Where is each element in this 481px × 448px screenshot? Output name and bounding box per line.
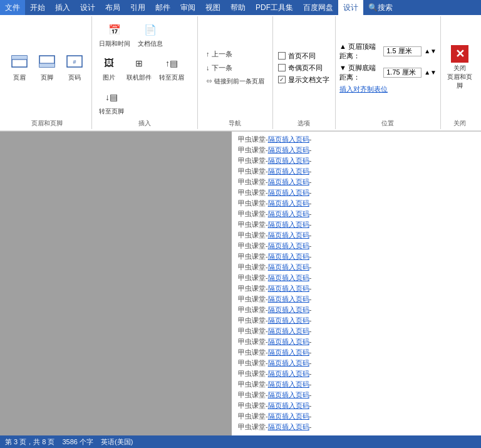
- header-icon: [9, 53, 29, 73]
- doc-line-8: 甲虫课堂-隔页插入页码-: [238, 209, 475, 219]
- document-area: 甲虫课堂-隔页插入页码- 甲虫课堂-隔页插入页码- 甲虫课堂-隔页插入页码- 甲…: [0, 132, 481, 448]
- firstpage-label: 首页不同: [288, 51, 316, 61]
- header-button[interactable]: 页眉: [6, 51, 33, 84]
- machine-label: 联机部件: [127, 73, 152, 82]
- language: 英语(美国): [101, 437, 133, 447]
- menu-search[interactable]: 🔍搜索: [363, 0, 398, 15]
- header-distance-label: ▲ 页眉顶端距离：: [339, 42, 381, 61]
- gotofooter-button[interactable]: ↓▤ 转至页脚: [96, 85, 127, 118]
- machine-button[interactable]: ⊞ 联机部件: [123, 51, 155, 84]
- menu-baidu[interactable]: 百度网盘: [298, 0, 338, 15]
- doc-line-20: 甲虫课堂-隔页插入页码-: [238, 336, 475, 347]
- svg-rect-4: [39, 63, 54, 67]
- menu-help[interactable]: 帮助: [225, 0, 251, 15]
- picture-button[interactable]: 🖼 图片: [96, 51, 122, 84]
- ribbon-group-position: ▲ 页眉顶端距离： 1.5 厘米 ▲▼ ▼ 页脚底端距离： 1.75 厘米 ▲▼…: [336, 16, 441, 129]
- ribbon-group-header-footer: 页眉 页脚 #: [3, 16, 92, 129]
- status-bar: 第 3 页，共 8 页 3586 个字 英语(美国): [0, 435, 481, 448]
- link-button[interactable]: ⇔ 链接到前一条页眉: [203, 76, 267, 87]
- gotoheader-button[interactable]: ↑▤ 转至页眉: [156, 51, 187, 84]
- pagenumber-button[interactable]: # 页码: [61, 51, 88, 84]
- doc-line-3: 甲虫课堂-隔页插入页码-: [238, 155, 475, 166]
- footer-unit: ▲▼: [424, 69, 437, 76]
- doc-line-19: 甲虫课堂-隔页插入页码-: [238, 326, 475, 336]
- footer-button[interactable]: 页脚: [34, 51, 60, 84]
- oddeven-label: 奇偶页不同: [288, 63, 323, 73]
- footer-distance-value: 1.75 厘米: [386, 68, 415, 77]
- ribbon-group-nav: ↑ 上一条 ↓ 下一条 ⇔ 链接到前一条页眉 导航: [198, 16, 273, 129]
- menu-layout[interactable]: 布局: [100, 0, 125, 15]
- gotofooter-icon: ↓▤: [101, 87, 122, 107]
- doc-line-26: 甲虫课堂-隔页插入页码-: [238, 400, 475, 411]
- footer-distance-input[interactable]: 1.75 厘米: [383, 68, 422, 78]
- doc-line-24: 甲虫课堂-隔页插入页码-: [238, 379, 475, 390]
- datetime-label: 日期和时间: [99, 39, 130, 48]
- svg-text:#: #: [73, 59, 76, 65]
- group2-label: 插入: [138, 118, 151, 128]
- picture-icon: 🖼: [99, 53, 119, 73]
- ribbon: 页眉 页脚 #: [0, 15, 481, 132]
- firstpage-checkbox[interactable]: [278, 52, 286, 60]
- doc-line-17: 甲虫课堂-隔页插入页码-: [238, 305, 475, 315]
- group5-label: 位置: [381, 118, 394, 128]
- showtext-checkbox[interactable]: [278, 76, 286, 83]
- svg-rect-1: [12, 56, 27, 60]
- doc-line-1: 甲虫课堂-隔页插入页码-: [238, 134, 475, 145]
- prev-button[interactable]: ↑ 上一条: [203, 48, 267, 60]
- doc-line-12: 甲虫课堂-隔页插入页码-: [238, 251, 475, 262]
- header-distance-input[interactable]: 1.5 厘米: [383, 46, 422, 56]
- footer-label: 页脚: [41, 73, 53, 82]
- group3-label: 导航: [229, 118, 241, 128]
- option-showtext[interactable]: 显示文档文字: [278, 75, 329, 85]
- menu-file[interactable]: 文件: [0, 0, 25, 15]
- doc-line-6: 甲虫课堂-隔页插入页码-: [238, 187, 475, 198]
- align-tab-link[interactable]: 插入对齐制表位: [339, 85, 388, 94]
- doc-line-22: 甲虫课堂-隔页插入页码-: [238, 358, 475, 368]
- close-x-button[interactable]: ✕: [451, 45, 468, 63]
- option-oddeven[interactable]: 奇偶页不同: [278, 63, 329, 73]
- doc-line-5: 甲虫课堂-隔页插入页码-: [238, 177, 475, 187]
- header-distance-value: 1.5 厘米: [386, 46, 411, 56]
- footer-icon: [37, 53, 57, 73]
- word-count: 3586 个字: [62, 437, 93, 447]
- doc-line-18: 甲虫课堂-隔页插入页码-: [238, 315, 475, 326]
- doc-line-10: 甲虫课堂-隔页插入页码-: [238, 230, 475, 241]
- menu-mail[interactable]: 邮件: [150, 0, 175, 15]
- oddeven-checkbox[interactable]: [278, 64, 286, 71]
- pagenumber-label: 页码: [68, 73, 81, 82]
- menu-start[interactable]: 开始: [25, 0, 50, 15]
- menu-insert[interactable]: 插入: [50, 0, 75, 15]
- footer-distance-row: ▼ 页脚底端距离： 1.75 厘米 ▲▼: [339, 63, 437, 82]
- menu-view[interactable]: 视图: [200, 0, 225, 15]
- group4-label: 选项: [297, 118, 310, 128]
- close-footer-button[interactable]: 关闭页眉和页脚: [445, 64, 475, 90]
- option-firstpage[interactable]: 首页不同: [278, 51, 329, 61]
- doc-line-4: 甲虫课堂-隔页插入页码-: [238, 166, 475, 177]
- menu-review[interactable]: 审阅: [175, 0, 200, 15]
- doc-page: 甲虫课堂-隔页插入页码- 甲虫课堂-隔页插入页码- 甲虫课堂-隔页插入页码- 甲…: [232, 132, 481, 448]
- doc-line-9: 甲虫课堂-隔页插入页码-: [238, 219, 475, 230]
- docinfo-button[interactable]: 📄 文档信息: [135, 18, 166, 50]
- doc-line-28: 甲虫课堂-隔页插入页码-: [238, 422, 475, 432]
- doc-line-7: 甲虫课堂-隔页插入页码-: [238, 198, 475, 209]
- menu-reference[interactable]: 引用: [125, 0, 150, 15]
- doc-line-23: 甲虫课堂-隔页插入页码-: [238, 368, 475, 379]
- ribbon-group-close: ✕ 关闭页眉和页脚 关闭: [441, 16, 478, 129]
- doc-line-11: 甲虫课堂-隔页插入页码-: [238, 241, 475, 251]
- machine-icon: ⊞: [129, 53, 149, 73]
- menu-design-active[interactable]: 设计: [338, 0, 363, 15]
- doc-line-25: 甲虫课堂-隔页插入页码-: [238, 390, 475, 400]
- showtext-label: 显示文档文字: [288, 75, 329, 85]
- group1-label: 页眉和页脚: [31, 118, 63, 128]
- gotofooter-label: 转至页脚: [99, 107, 124, 116]
- next-button[interactable]: ↓ 下一条: [203, 62, 267, 74]
- doc-content: 甲虫课堂-隔页插入页码- 甲虫课堂-隔页插入页码- 甲虫课堂-隔页插入页码- 甲…: [232, 132, 481, 435]
- menu-design[interactable]: 设计: [75, 0, 100, 15]
- doc-line-16: 甲虫课堂-隔页插入页码-: [238, 294, 475, 305]
- ribbon-group-options: 首页不同 奇偶页不同 显示文档文字 选项: [273, 16, 336, 129]
- header-label: 页眉: [13, 73, 26, 82]
- datetime-button[interactable]: 📅 日期和时间: [96, 18, 133, 50]
- header-unit: ▲▼: [424, 48, 437, 55]
- menu-pdf[interactable]: PDF工具集: [251, 0, 298, 15]
- datetime-icon: 📅: [105, 19, 125, 39]
